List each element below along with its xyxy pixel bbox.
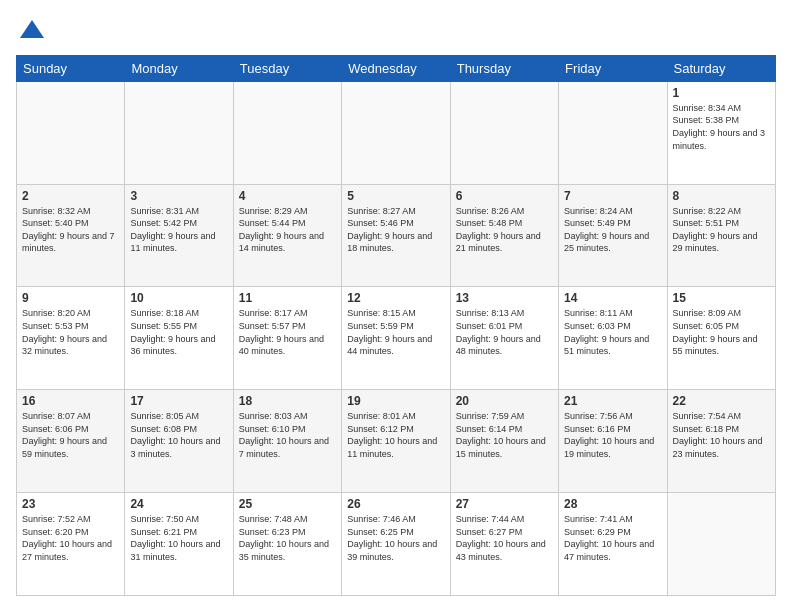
day-cell: 16Sunrise: 8:07 AM Sunset: 6:06 PM Dayli… [17, 390, 125, 493]
week-row-1: 1Sunrise: 8:34 AM Sunset: 5:38 PM Daylig… [17, 81, 776, 184]
day-info: Sunrise: 8:05 AM Sunset: 6:08 PM Dayligh… [130, 410, 227, 460]
day-cell: 9Sunrise: 8:20 AM Sunset: 5:53 PM Daylig… [17, 287, 125, 390]
weekday-header-sunday: Sunday [17, 55, 125, 81]
day-number: 15 [673, 291, 770, 305]
day-info: Sunrise: 7:48 AM Sunset: 6:23 PM Dayligh… [239, 513, 336, 563]
day-info: Sunrise: 8:15 AM Sunset: 5:59 PM Dayligh… [347, 307, 444, 357]
day-cell: 17Sunrise: 8:05 AM Sunset: 6:08 PM Dayli… [125, 390, 233, 493]
day-number: 14 [564, 291, 661, 305]
day-cell: 4Sunrise: 8:29 AM Sunset: 5:44 PM Daylig… [233, 184, 341, 287]
weekday-header-saturday: Saturday [667, 55, 775, 81]
day-cell [559, 81, 667, 184]
day-number: 6 [456, 189, 553, 203]
page: SundayMondayTuesdayWednesdayThursdayFrid… [0, 0, 792, 612]
day-number: 12 [347, 291, 444, 305]
day-info: Sunrise: 7:56 AM Sunset: 6:16 PM Dayligh… [564, 410, 661, 460]
day-number: 8 [673, 189, 770, 203]
day-info: Sunrise: 8:03 AM Sunset: 6:10 PM Dayligh… [239, 410, 336, 460]
day-number: 10 [130, 291, 227, 305]
day-number: 27 [456, 497, 553, 511]
day-cell: 10Sunrise: 8:18 AM Sunset: 5:55 PM Dayli… [125, 287, 233, 390]
day-cell [667, 493, 775, 596]
day-info: Sunrise: 7:59 AM Sunset: 6:14 PM Dayligh… [456, 410, 553, 460]
day-info: Sunrise: 7:41 AM Sunset: 6:29 PM Dayligh… [564, 513, 661, 563]
day-cell: 5Sunrise: 8:27 AM Sunset: 5:46 PM Daylig… [342, 184, 450, 287]
calendar-table: SundayMondayTuesdayWednesdayThursdayFrid… [16, 55, 776, 596]
day-cell: 8Sunrise: 8:22 AM Sunset: 5:51 PM Daylig… [667, 184, 775, 287]
day-cell: 14Sunrise: 8:11 AM Sunset: 6:03 PM Dayli… [559, 287, 667, 390]
day-info: Sunrise: 8:27 AM Sunset: 5:46 PM Dayligh… [347, 205, 444, 255]
day-cell: 28Sunrise: 7:41 AM Sunset: 6:29 PM Dayli… [559, 493, 667, 596]
day-info: Sunrise: 8:09 AM Sunset: 6:05 PM Dayligh… [673, 307, 770, 357]
week-row-2: 2Sunrise: 8:32 AM Sunset: 5:40 PM Daylig… [17, 184, 776, 287]
svg-marker-0 [20, 20, 44, 38]
day-cell: 27Sunrise: 7:44 AM Sunset: 6:27 PM Dayli… [450, 493, 558, 596]
header [16, 16, 776, 45]
day-info: Sunrise: 7:50 AM Sunset: 6:21 PM Dayligh… [130, 513, 227, 563]
day-info: Sunrise: 8:20 AM Sunset: 5:53 PM Dayligh… [22, 307, 119, 357]
day-info: Sunrise: 8:22 AM Sunset: 5:51 PM Dayligh… [673, 205, 770, 255]
day-cell: 23Sunrise: 7:52 AM Sunset: 6:20 PM Dayli… [17, 493, 125, 596]
day-number: 13 [456, 291, 553, 305]
day-info: Sunrise: 8:11 AM Sunset: 6:03 PM Dayligh… [564, 307, 661, 357]
week-row-3: 9Sunrise: 8:20 AM Sunset: 5:53 PM Daylig… [17, 287, 776, 390]
day-info: Sunrise: 8:24 AM Sunset: 5:49 PM Dayligh… [564, 205, 661, 255]
day-cell: 11Sunrise: 8:17 AM Sunset: 5:57 PM Dayli… [233, 287, 341, 390]
day-cell: 18Sunrise: 8:03 AM Sunset: 6:10 PM Dayli… [233, 390, 341, 493]
day-info: Sunrise: 8:31 AM Sunset: 5:42 PM Dayligh… [130, 205, 227, 255]
day-number: 1 [673, 86, 770, 100]
logo [16, 16, 46, 45]
day-number: 25 [239, 497, 336, 511]
weekday-header-wednesday: Wednesday [342, 55, 450, 81]
week-row-5: 23Sunrise: 7:52 AM Sunset: 6:20 PM Dayli… [17, 493, 776, 596]
day-number: 3 [130, 189, 227, 203]
day-number: 21 [564, 394, 661, 408]
day-cell [17, 81, 125, 184]
day-info: Sunrise: 8:01 AM Sunset: 6:12 PM Dayligh… [347, 410, 444, 460]
day-info: Sunrise: 8:07 AM Sunset: 6:06 PM Dayligh… [22, 410, 119, 460]
day-number: 26 [347, 497, 444, 511]
weekday-header-tuesday: Tuesday [233, 55, 341, 81]
day-number: 16 [22, 394, 119, 408]
day-info: Sunrise: 8:32 AM Sunset: 5:40 PM Dayligh… [22, 205, 119, 255]
day-number: 28 [564, 497, 661, 511]
weekday-header-monday: Monday [125, 55, 233, 81]
day-cell: 6Sunrise: 8:26 AM Sunset: 5:48 PM Daylig… [450, 184, 558, 287]
day-cell: 7Sunrise: 8:24 AM Sunset: 5:49 PM Daylig… [559, 184, 667, 287]
day-cell: 12Sunrise: 8:15 AM Sunset: 5:59 PM Dayli… [342, 287, 450, 390]
logo-icon [18, 16, 46, 44]
day-info: Sunrise: 8:18 AM Sunset: 5:55 PM Dayligh… [130, 307, 227, 357]
day-number: 7 [564, 189, 661, 203]
day-cell: 21Sunrise: 7:56 AM Sunset: 6:16 PM Dayli… [559, 390, 667, 493]
day-number: 19 [347, 394, 444, 408]
day-info: Sunrise: 8:26 AM Sunset: 5:48 PM Dayligh… [456, 205, 553, 255]
weekday-header-friday: Friday [559, 55, 667, 81]
day-cell [450, 81, 558, 184]
day-info: Sunrise: 7:44 AM Sunset: 6:27 PM Dayligh… [456, 513, 553, 563]
day-cell: 15Sunrise: 8:09 AM Sunset: 6:05 PM Dayli… [667, 287, 775, 390]
day-info: Sunrise: 8:17 AM Sunset: 5:57 PM Dayligh… [239, 307, 336, 357]
day-info: Sunrise: 7:54 AM Sunset: 6:18 PM Dayligh… [673, 410, 770, 460]
day-cell: 20Sunrise: 7:59 AM Sunset: 6:14 PM Dayli… [450, 390, 558, 493]
day-cell: 26Sunrise: 7:46 AM Sunset: 6:25 PM Dayli… [342, 493, 450, 596]
weekday-header-row: SundayMondayTuesdayWednesdayThursdayFrid… [17, 55, 776, 81]
day-number: 23 [22, 497, 119, 511]
day-cell [233, 81, 341, 184]
weekday-header-thursday: Thursday [450, 55, 558, 81]
day-cell: 1Sunrise: 8:34 AM Sunset: 5:38 PM Daylig… [667, 81, 775, 184]
day-info: Sunrise: 8:29 AM Sunset: 5:44 PM Dayligh… [239, 205, 336, 255]
day-cell: 3Sunrise: 8:31 AM Sunset: 5:42 PM Daylig… [125, 184, 233, 287]
day-number: 20 [456, 394, 553, 408]
day-info: Sunrise: 7:52 AM Sunset: 6:20 PM Dayligh… [22, 513, 119, 563]
day-number: 18 [239, 394, 336, 408]
day-number: 24 [130, 497, 227, 511]
day-number: 9 [22, 291, 119, 305]
day-info: Sunrise: 7:46 AM Sunset: 6:25 PM Dayligh… [347, 513, 444, 563]
logo-text [16, 16, 46, 49]
day-number: 2 [22, 189, 119, 203]
day-cell [342, 81, 450, 184]
day-info: Sunrise: 8:13 AM Sunset: 6:01 PM Dayligh… [456, 307, 553, 357]
day-number: 22 [673, 394, 770, 408]
day-cell: 13Sunrise: 8:13 AM Sunset: 6:01 PM Dayli… [450, 287, 558, 390]
day-number: 4 [239, 189, 336, 203]
